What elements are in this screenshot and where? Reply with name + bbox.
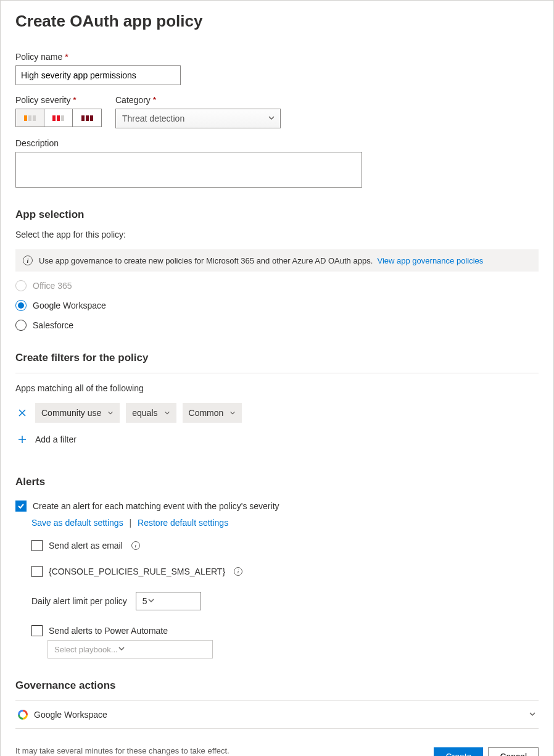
policy-severity-group bbox=[15, 109, 102, 127]
severity-medium-button[interactable] bbox=[44, 109, 73, 127]
footer-note-1: It may take several minutes for these ch… bbox=[15, 746, 316, 755]
save-default-link[interactable]: Save as default settings bbox=[31, 518, 123, 528]
checkbox-icon bbox=[15, 501, 27, 512]
app-option-office365: Office 365 bbox=[15, 280, 539, 291]
checkbox-icon bbox=[31, 540, 43, 551]
info-icon[interactable]: i bbox=[131, 541, 140, 550]
chevron-down-icon bbox=[107, 408, 114, 418]
severity-high-button[interactable] bbox=[73, 109, 101, 127]
plus-icon bbox=[17, 434, 28, 445]
app-option-office365-label: Office 365 bbox=[33, 281, 72, 291]
app-selection-prompt: Select the app for this policy: bbox=[15, 230, 539, 239]
category-value: Threat detection bbox=[122, 114, 184, 123]
sms-alert-label: {CONSOLE_POLICIES_RULE_SMS_ALERT} bbox=[49, 567, 225, 576]
filter-value-label: Common bbox=[189, 408, 224, 418]
alerts-heading: Alerts bbox=[15, 476, 539, 488]
app-option-salesforce-label: Salesforce bbox=[33, 320, 73, 330]
filter-field-chip[interactable]: Community use bbox=[35, 403, 120, 423]
power-automate-label: Send alerts to Power Automate bbox=[49, 626, 168, 636]
governance-google-label: Google Workspace bbox=[34, 710, 107, 720]
info-banner: i Use app governance to create new polic… bbox=[15, 249, 539, 272]
policy-name-label: Policy name bbox=[15, 52, 539, 62]
filter-row: Community use equals Common bbox=[15, 403, 539, 423]
app-option-google[interactable]: Google Workspace bbox=[15, 300, 539, 311]
page-title: Create OAuth app policy bbox=[15, 12, 539, 31]
description-textarea[interactable] bbox=[15, 152, 362, 188]
filters-heading: Create filters for the policy bbox=[15, 352, 539, 364]
send-email-label: Send alert as email bbox=[49, 541, 123, 550]
divider bbox=[15, 373, 539, 373]
radio-icon bbox=[15, 320, 27, 331]
chevron-down-icon bbox=[147, 596, 155, 606]
create-alert-label: Create an alert for each matching event … bbox=[33, 501, 279, 511]
info-icon[interactable]: i bbox=[234, 567, 242, 576]
cancel-button[interactable]: Cancel bbox=[488, 747, 539, 756]
daily-limit-value: 5 bbox=[143, 596, 147, 606]
google-icon bbox=[18, 710, 28, 720]
chevron-down-icon bbox=[164, 408, 170, 418]
restore-default-link[interactable]: Restore default settings bbox=[138, 518, 228, 528]
sms-alert-checkbox-row[interactable]: {CONSOLE_POLICIES_RULE_SMS_ALERT} i bbox=[31, 566, 539, 577]
add-filter-label: Add a filter bbox=[35, 434, 76, 444]
app-selection-heading: App selection bbox=[15, 209, 539, 221]
app-option-salesforce[interactable]: Salesforce bbox=[15, 320, 539, 331]
severity-low-button[interactable] bbox=[16, 109, 44, 127]
playbook-select[interactable]: Select playbook... bbox=[48, 640, 213, 658]
send-email-checkbox-row[interactable]: Send alert as email i bbox=[31, 540, 539, 551]
radio-icon bbox=[15, 280, 27, 291]
app-option-google-label: Google Workspace bbox=[33, 301, 106, 310]
filter-field-label: Community use bbox=[41, 408, 101, 418]
playbook-placeholder: Select playbook... bbox=[54, 645, 118, 654]
chevron-down-icon bbox=[118, 645, 125, 654]
category-select[interactable]: Threat detection bbox=[115, 109, 281, 128]
create-button[interactable]: Create bbox=[434, 747, 483, 756]
chevron-down-icon bbox=[268, 114, 275, 123]
description-label: Description bbox=[15, 138, 539, 148]
remove-filter-button[interactable] bbox=[15, 406, 29, 420]
checkbox-icon bbox=[31, 566, 43, 577]
info-icon: i bbox=[23, 255, 33, 265]
chevron-down-icon bbox=[529, 710, 536, 720]
power-automate-checkbox-row[interactable]: Send alerts to Power Automate bbox=[31, 625, 539, 636]
policy-severity-label: Policy severity bbox=[15, 95, 102, 105]
view-app-governance-link[interactable]: View app governance policies bbox=[378, 256, 484, 265]
filter-value-chip[interactable]: Common bbox=[183, 403, 242, 423]
radio-icon bbox=[15, 300, 27, 311]
info-banner-text: Use app governance to create new policie… bbox=[39, 256, 373, 265]
create-alert-checkbox-row[interactable]: Create an alert for each matching event … bbox=[15, 501, 539, 512]
chevron-down-icon bbox=[229, 408, 236, 418]
category-label: Category bbox=[115, 95, 281, 105]
filter-op-label: equals bbox=[132, 408, 157, 418]
daily-limit-select[interactable]: 5 bbox=[136, 592, 201, 610]
policy-name-input[interactable] bbox=[15, 65, 181, 85]
add-filter-button[interactable]: Add a filter bbox=[17, 434, 539, 445]
filter-op-chip[interactable]: equals bbox=[126, 403, 176, 423]
checkbox-icon bbox=[31, 625, 43, 636]
separator: | bbox=[130, 518, 132, 528]
governance-google-row[interactable]: Google Workspace bbox=[15, 700, 539, 729]
daily-limit-label: Daily alert limit per policy bbox=[31, 596, 127, 606]
filters-matching-label: Apps matching all of the following bbox=[15, 383, 539, 393]
governance-heading: Governance actions bbox=[15, 679, 539, 692]
